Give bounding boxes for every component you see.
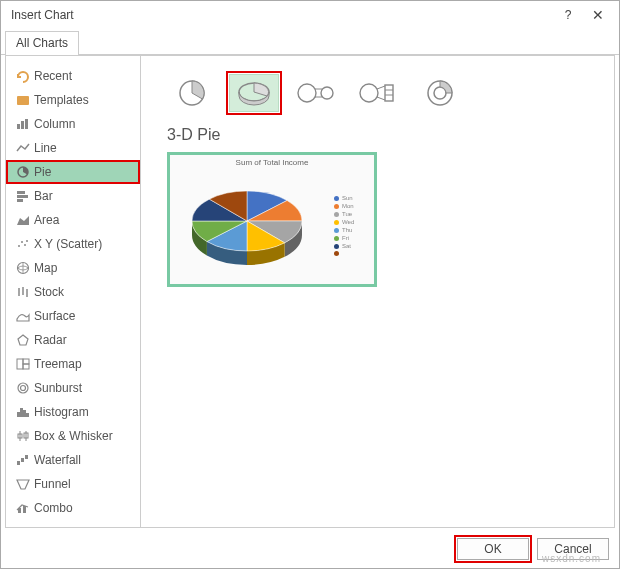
sidebar-item-radar[interactable]: Radar [6, 328, 140, 352]
svg-rect-32 [25, 455, 28, 459]
svg-point-10 [24, 244, 26, 246]
close-button[interactable]: ✕ [583, 7, 613, 23]
combo-icon [12, 501, 34, 515]
main-pane: 3-D Pie Sum of Total Income SunMonTueWed… [141, 56, 614, 527]
legend-item: Wed [334, 219, 370, 225]
sidebar-label: Surface [34, 309, 75, 323]
svg-point-21 [21, 386, 26, 391]
sidebar-item-templates[interactable]: Templates [6, 88, 140, 112]
svg-point-8 [18, 245, 20, 247]
sidebar-item-box-whisker[interactable]: Box & Whisker [6, 424, 140, 448]
sidebar-item-surface[interactable]: Surface [6, 304, 140, 328]
chart-preview[interactable]: Sum of Total Income SunMonTueWedThuFriSa… [167, 152, 377, 287]
svg-rect-19 [23, 364, 29, 369]
sidebar-item-treemap[interactable]: Treemap [6, 352, 140, 376]
sidebar-item-funnel[interactable]: Funnel [6, 472, 140, 496]
svg-rect-17 [17, 359, 23, 369]
svg-rect-31 [21, 458, 24, 462]
sidebar-label: Histogram [34, 405, 89, 419]
svg-line-47 [377, 97, 385, 100]
sidebar-item-waterfall[interactable]: Waterfall [6, 448, 140, 472]
subtype-title: 3-D Pie [167, 126, 598, 144]
window-title: Insert Chart [11, 8, 553, 22]
line-icon [12, 141, 34, 155]
subtype-pie-of-pie[interactable] [291, 74, 341, 112]
titlebar: Insert Chart ? ✕ [1, 1, 619, 31]
pie-icon [12, 165, 34, 179]
sidebar-item-recent[interactable]: Recent [6, 64, 140, 88]
sidebar-label: Combo [34, 501, 73, 515]
preview-title: Sum of Total Income [236, 155, 309, 167]
sidebar-label: Treemap [34, 357, 82, 371]
sidebar-item-stock[interactable]: Stock [6, 280, 140, 304]
sidebar: Recent Templates Column Line Pie Bar Are… [6, 56, 141, 527]
sidebar-label: Stock [34, 285, 64, 299]
svg-point-11 [26, 240, 28, 242]
button-bar: OK Cancel [1, 532, 619, 568]
sidebar-label: Column [34, 117, 75, 131]
sidebar-label: Box & Whisker [34, 429, 113, 443]
svg-rect-23 [20, 408, 23, 417]
help-button[interactable]: ? [553, 8, 583, 22]
subtype-bar-of-pie[interactable] [353, 74, 403, 112]
svg-rect-0 [17, 96, 29, 105]
map-icon [12, 261, 34, 275]
sidebar-label: Line [34, 141, 57, 155]
svg-rect-2 [21, 121, 24, 129]
sidebar-label: Funnel [34, 477, 71, 491]
svg-rect-30 [17, 461, 20, 465]
svg-marker-33 [17, 480, 29, 489]
stock-icon [12, 285, 34, 299]
svg-rect-22 [17, 412, 20, 417]
ok-button[interactable]: OK [457, 538, 529, 560]
sidebar-item-line[interactable]: Line [6, 136, 140, 160]
sidebar-label: X Y (Scatter) [34, 237, 102, 251]
preview-legend: SunMonTueWedThuFriSat [334, 195, 374, 256]
scatter-icon [12, 237, 34, 251]
svg-point-39 [321, 87, 333, 99]
templates-icon [12, 93, 34, 107]
sidebar-item-combo[interactable]: Combo [6, 496, 140, 520]
svg-rect-6 [17, 195, 28, 198]
funnel-icon [12, 477, 34, 491]
svg-rect-25 [26, 413, 29, 417]
subtype-doughnut[interactable] [415, 74, 465, 112]
sidebar-label: Radar [34, 333, 67, 347]
preview-chart [170, 176, 334, 276]
legend-item: Sun [334, 195, 370, 201]
legend-item: Tue [334, 211, 370, 217]
sidebar-item-area[interactable]: Area [6, 208, 140, 232]
svg-rect-24 [23, 410, 26, 417]
sidebar-label: Map [34, 261, 57, 275]
svg-point-9 [21, 241, 23, 243]
tab-all-charts[interactable]: All Charts [5, 31, 79, 55]
bar-icon [12, 189, 34, 203]
svg-point-20 [18, 383, 28, 393]
radar-icon [12, 333, 34, 347]
legend-item: Fri [334, 235, 370, 241]
svg-rect-3 [25, 119, 28, 129]
sidebar-label: Sunburst [34, 381, 82, 395]
box-whisker-icon [12, 429, 34, 443]
column-icon [12, 117, 34, 131]
sidebar-item-bar[interactable]: Bar [6, 184, 140, 208]
subtype-3d-pie[interactable] [229, 74, 279, 112]
cancel-button[interactable]: Cancel [537, 538, 609, 560]
sidebar-label: Area [34, 213, 59, 227]
legend-item: Mon [334, 203, 370, 209]
sidebar-item-scatter[interactable]: X Y (Scatter) [6, 232, 140, 256]
subtype-2d-pie[interactable] [167, 74, 217, 112]
sidebar-item-histogram[interactable]: Histogram [6, 400, 140, 424]
surface-icon [12, 309, 34, 323]
sidebar-item-sunburst[interactable]: Sunburst [6, 376, 140, 400]
sidebar-item-column[interactable]: Column [6, 112, 140, 136]
sidebar-label: Waterfall [34, 453, 81, 467]
sidebar-item-pie[interactable]: Pie [6, 160, 140, 184]
sidebar-item-map[interactable]: Map [6, 256, 140, 280]
subtype-row [167, 74, 598, 112]
tabbar: All Charts [1, 31, 619, 55]
histogram-icon [12, 405, 34, 419]
svg-marker-16 [18, 335, 28, 345]
svg-line-46 [377, 86, 385, 89]
svg-rect-7 [17, 199, 23, 202]
